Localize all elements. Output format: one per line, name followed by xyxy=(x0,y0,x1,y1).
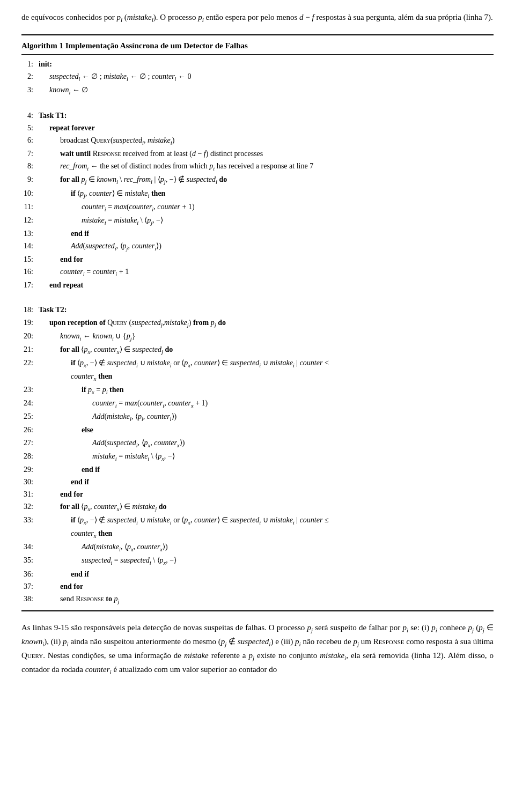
line-3: 3: knowni ← ∅ xyxy=(21,84,494,97)
line-24: 24: counteri = max(counteri, counterx + … xyxy=(21,397,494,410)
line-blank-2 xyxy=(21,291,494,304)
line-33b: counterx then xyxy=(21,527,494,541)
intro-paragraph: de equívocos conhecidos por pi (mistakei… xyxy=(21,11,494,25)
line-6: 6: broadcast Query(suspectedi, mistakei) xyxy=(21,134,494,147)
line-7: 7: wait until Response received from at … xyxy=(21,147,494,160)
line-1: 1: init: xyxy=(21,58,494,70)
algorithm-title: Algorithm 1 Implementação Assíncrona de … xyxy=(21,40,494,55)
line-37: 37: end for xyxy=(21,580,494,593)
line-23: 23: if px = pi then xyxy=(21,383,494,397)
line-blank-1 xyxy=(21,97,494,109)
line-32: 32: for all ⟨px, counterx⟩ ∈ mistakej do xyxy=(21,500,494,514)
line-17: 17: end repeat xyxy=(21,279,494,291)
algorithm-lines: 1: init: 2: suspectedi ← ∅ ; mistakei ← … xyxy=(21,58,494,606)
line-15: 15: end for xyxy=(21,253,494,265)
line-26: 26: else xyxy=(21,424,494,436)
line-2: 2: suspectedi ← ∅ ; mistakei ← ∅ ; count… xyxy=(21,70,494,84)
line-21: 21: for all ⟨px, counterx⟩ ∈ suspectedj … xyxy=(21,343,494,357)
line-22: 22: if ⟨px, −⟩ ∉ suspectedi ∪ mistakei o… xyxy=(21,357,494,370)
line-20: 20: knowni ← knowni ∪ {pj} xyxy=(21,330,494,343)
body-text: As linhas 9-15 são responsáveis pela det… xyxy=(21,621,494,677)
line-25: 25: Add(mistakei, ⟨pi, counteri⟩) xyxy=(21,410,494,424)
line-34: 34: Add(mistakei, ⟨px, counterx⟩) xyxy=(21,541,494,554)
line-18: 18: Task T2: xyxy=(21,304,494,316)
line-16: 16: counteri = counteri + 1 xyxy=(21,265,494,279)
algorithm-box: Algorithm 1 Implementação Assíncrona de … xyxy=(21,34,494,611)
line-28: 28: mistakei = mistakei \ ⟨px, −⟩ xyxy=(21,450,494,463)
line-10: 10: if ⟨pj, counter⟩ ∈ mistakei then xyxy=(21,187,494,201)
line-22b: counterx then xyxy=(21,370,494,383)
line-33: 33: if ⟨px, −⟩ ∉ suspectedi ∪ mistakei o… xyxy=(21,514,494,527)
line-5: 5: repeat forever xyxy=(21,122,494,134)
line-38: 38: send Response to pj xyxy=(21,593,494,606)
line-29: 29: end if xyxy=(21,463,494,476)
line-11: 11: counteri = max(counteri, counter + 1… xyxy=(21,201,494,214)
line-12: 12: mistakei = mistakei \ ⟨pj, −⟩ xyxy=(21,214,494,227)
line-27: 27: Add(suspectedi, ⟨px, counterx⟩) xyxy=(21,437,494,450)
line-30: 30: end if xyxy=(21,476,494,488)
line-31: 31: end for xyxy=(21,488,494,500)
line-8: 8: rec_fromi ← the set of distinct nodes… xyxy=(21,160,494,173)
line-19: 19: upon reception of Query (suspectedj,… xyxy=(21,316,494,330)
line-4: 4: Task T1: xyxy=(21,109,494,122)
line-36: 36: end if xyxy=(21,568,494,580)
line-35: 35: suspectedi = suspectedi \ ⟨px, −⟩ xyxy=(21,554,494,567)
line-9: 9: for all pj ∈ knowni \ rec_fromi | ⟨pj… xyxy=(21,173,494,187)
line-13: 13: end if xyxy=(21,227,494,240)
line-14: 14: Add(suspectedi, ⟨pj, counteri⟩) xyxy=(21,240,494,253)
